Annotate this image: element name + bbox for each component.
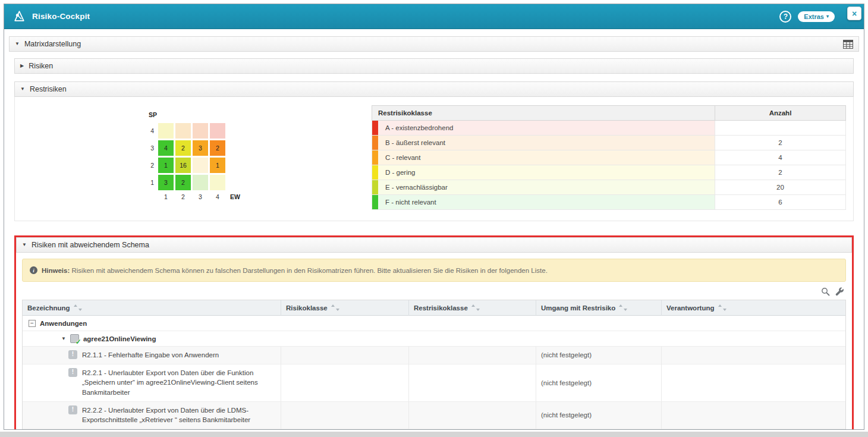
sort-icon[interactable]	[74, 304, 82, 311]
verantwortung-cell	[662, 347, 845, 364]
risk-row[interactable]: !R2.1.1 - Fehlerhafte Eingabe von Anwend…	[23, 347, 845, 364]
group-label: Anwendungen	[40, 320, 87, 327]
matrix-cell[interactable]: 2	[210, 140, 225, 156]
search-icon[interactable]	[821, 287, 830, 296]
matrix-cell[interactable]: 3	[193, 140, 208, 156]
collapse-triangle-icon: ▼	[22, 243, 27, 247]
column-header-risikoklasse[interactable]: Risikoklasse	[281, 300, 409, 316]
class-label: E - vernachlässigbar	[385, 184, 448, 191]
matrix-cell[interactable]: 4	[158, 140, 174, 156]
section-header-abweichend[interactable]: ▼ Risiken mit abweichendem Schema	[16, 237, 852, 253]
column-header-bezeichnung[interactable]: Bezeichnung	[23, 300, 281, 316]
collapse-group-icon[interactable]: −	[29, 320, 36, 327]
matrix-cell[interactable]: 1	[158, 158, 174, 173]
restrisiko-class-cell: A - existenzbedrohend	[372, 121, 715, 135]
restrisiko-table-header: Restrisikoklasse Anzahl	[372, 105, 846, 121]
matrix-row: 4	[144, 123, 240, 139]
abweichend-section-highlight: ▼ Risiken mit abweichendem Schema i Hinw…	[14, 235, 854, 430]
matrix-cell[interactable]	[193, 175, 208, 190]
restrisiko-row[interactable]: A - existenzbedrohend	[372, 121, 846, 136]
restrisiken-content: SP 4 3 4 2 3 2	[14, 97, 854, 221]
wrench-icon[interactable]	[835, 287, 844, 296]
class-color-swatch	[372, 165, 378, 180]
extras-label: Extras	[804, 13, 824, 20]
sort-icon[interactable]	[471, 304, 480, 311]
help-button[interactable]: ?	[779, 11, 791, 23]
app-header: Risiko-Cockpit ? Extras ▾	[4, 4, 864, 29]
column-header-umgang[interactable]: Umgang mit Restrisiko	[536, 300, 662, 316]
risk-name: R2.1.1 - Fehlerhafte Eingabe von Anwende…	[82, 351, 219, 359]
group-row-toggle[interactable]: − Anwendungen	[23, 316, 845, 331]
app-title: Risiko-Cockpit	[32, 12, 90, 21]
matrix-cell[interactable]	[210, 175, 225, 190]
column-header-restrisikoklasse[interactable]: Restrisikoklasse	[409, 300, 536, 316]
verantwortung-cell	[662, 402, 845, 429]
column-header-verantwortung[interactable]: Verantwortung	[662, 300, 845, 316]
restrisiko-class-cell: D - gering	[372, 165, 715, 180]
sort-icon[interactable]	[619, 304, 627, 311]
subgroup-row-toggle[interactable]: ▼ ✓ agree21OnlineViewing	[23, 331, 845, 347]
matrix-cell[interactable]	[158, 123, 174, 139]
matrix-row-label: 1	[144, 179, 154, 186]
matrix-row-label: 4	[144, 127, 154, 134]
matrix-y-axis-label: SP	[149, 111, 240, 118]
check-icon: ✓	[76, 338, 81, 346]
risk-name-cell: !R2.2.1 - Unerlaubter Export von Daten ü…	[23, 364, 281, 402]
matrix-view-icon[interactable]	[843, 40, 853, 49]
matrix-cell[interactable]: 2	[175, 175, 191, 190]
matrix-cell[interactable]	[193, 123, 208, 139]
risk-icon: !	[68, 368, 77, 377]
matrix-col-label: 4	[210, 193, 225, 200]
info-icon: i	[30, 266, 37, 274]
verantwortung-cell	[662, 364, 845, 402]
risk-icon: !	[68, 350, 77, 359]
class-label: B - äußerst relevant	[385, 139, 445, 146]
restrisikoklassen-table: Restrisikoklasse Anzahl A - existenzbedr…	[372, 105, 846, 210]
section-header-restrisiken[interactable]: ▼ Restrisiken	[14, 81, 854, 97]
risk-name-cell: !R2.1.1 - Fehlerhafte Eingabe von Anwend…	[23, 347, 281, 364]
close-button[interactable]: ×	[847, 7, 861, 20]
collapse-triangle-icon[interactable]: ▼	[61, 337, 66, 341]
matrix-cell[interactable]	[175, 123, 191, 139]
risk-name: R2.2.2 - Unerlaubter Export von Daten üb…	[82, 407, 250, 424]
risk-name-cell: !R2.2.2 - Unerlaubter Export von Daten ü…	[23, 402, 281, 429]
hint-text: Hinweis: Risiken mit abweichendem Schema…	[42, 267, 548, 274]
restrisiko-row[interactable]: C - relevant 4	[372, 150, 846, 165]
sort-icon[interactable]	[718, 304, 727, 311]
matrix-row: 1 3 2	[144, 175, 240, 190]
class-color-swatch	[372, 121, 378, 135]
matrix-row-label: 2	[144, 162, 154, 169]
matrix-cell[interactable]	[210, 123, 225, 139]
matrix-cell[interactable]: 2	[175, 140, 191, 156]
matrixdarstellung-panel: ▶ Risiken ▼ Restrisiken SP 4	[9, 58, 859, 430]
restrisiko-row[interactable]: E - vernachlässigbar 20	[372, 180, 846, 195]
matrix-cell[interactable]: 1	[210, 158, 225, 173]
umgang-cell: (nicht festgelegt)	[536, 347, 662, 364]
collapse-triangle-icon: ▼	[20, 87, 25, 92]
collapse-triangle-icon: ▼	[15, 42, 20, 46]
app-window: Risiko-Cockpit ? Extras ▾ × ▼ Matrixdars…	[4, 4, 864, 430]
class-label: D - gering	[385, 169, 416, 176]
risk-row[interactable]: !R2.2.2 - Unerlaubter Export von Daten ü…	[23, 402, 845, 429]
matrix-cell[interactable]	[193, 158, 208, 173]
window-bottom-edge	[0, 432, 868, 437]
risk-row[interactable]: !R2.2.1 - Unerlaubter Export von Daten ü…	[23, 364, 845, 402]
restrisiko-row[interactable]: F - nicht relevant 6	[372, 195, 846, 210]
restrisiko-row[interactable]: B - äußerst relevant 2	[372, 136, 846, 150]
restrisiko-row[interactable]: D - gering 2	[372, 165, 846, 180]
class-count: 6	[715, 195, 845, 209]
extras-button[interactable]: Extras ▾	[798, 11, 835, 22]
restrisiko-class-cell: C - relevant	[372, 150, 715, 165]
matrix-cell[interactable]: 16	[175, 158, 191, 173]
column-header-anzahl: Anzahl	[715, 106, 845, 120]
matrix-cell[interactable]: 3	[158, 175, 174, 190]
restrisikoklasse-cell	[409, 402, 536, 429]
risk-icon: !	[68, 405, 77, 414]
restrisiko-class-cell: F - nicht relevant	[372, 195, 715, 209]
class-color-swatch	[372, 180, 378, 194]
section-header-risiken[interactable]: ▶ Risiken	[14, 58, 854, 74]
page-body: ▼ Matrixdarstellung ▶ Risiken ▼ Restrisi…	[4, 29, 864, 430]
risk-name: R2.2.1 - Unerlaubter Export von Daten üb…	[82, 369, 258, 396]
sort-icon[interactable]	[331, 304, 339, 311]
section-header-matrixdarstellung[interactable]: ▼ Matrixdarstellung	[9, 36, 859, 52]
